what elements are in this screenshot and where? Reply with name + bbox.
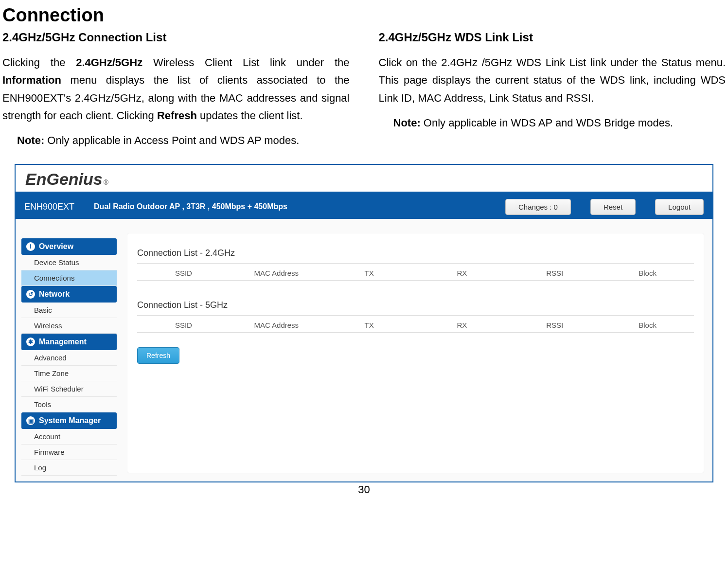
page-title: Connection <box>0 0 728 31</box>
text: updates the client list. <box>197 109 303 122</box>
col-mac: MAC Address <box>230 321 323 329</box>
right-body: Click on the 2.4GHz /5GHz WDS Link List … <box>379 54 726 107</box>
reset-button[interactable]: Reset <box>590 199 636 215</box>
sidebar-item-account[interactable]: Account <box>21 429 117 445</box>
note-body: Only applicable in WDS AP and WDS Bridge… <box>421 117 673 129</box>
left-column: 2.4GHz/5GHz Connection List Clicking the… <box>2 31 350 149</box>
sidebar-item-wifi-scheduler[interactable]: WiFi Scheduler <box>21 381 117 397</box>
ui-screenshot: EnGenius® ENH900EXT Dual Radio Outdoor A… <box>15 164 713 482</box>
col-rx: RX <box>415 269 508 277</box>
note-label: Note: <box>17 134 44 146</box>
col-block: Block <box>601 321 694 329</box>
sidebar-item-firmware[interactable]: Firmware <box>21 445 117 460</box>
logout-button[interactable]: Logout <box>655 199 704 215</box>
col-rssi: RSSI <box>508 321 601 329</box>
gear-icon: ✱ <box>26 338 35 346</box>
col-tx: TX <box>323 321 416 329</box>
col-rx: RX <box>415 321 508 329</box>
text-bold: 2.4GHz/5GHz <box>76 56 142 69</box>
connection-list-24-title: Connection List - 2.4GHz <box>137 248 694 264</box>
right-note: Note: Only applicable in WDS AP and WDS … <box>393 114 726 132</box>
info-icon: i <box>26 242 35 251</box>
refresh-button[interactable]: Refresh <box>137 347 179 364</box>
text: Wireless Client List link under the <box>142 56 349 69</box>
connection-list-24-header: SSID MAC Address TX RX RSSI Block <box>137 266 694 281</box>
main-area: i Overview Device Status Connections ↺ N… <box>16 219 712 481</box>
col-ssid: SSID <box>137 321 230 329</box>
col-tx: TX <box>323 269 416 277</box>
sidebar-item-tools[interactable]: Tools <box>21 397 117 412</box>
connection-list-5-title: Connection List - 5GHz <box>137 300 694 316</box>
sidebar-item-advanced[interactable]: Advanced <box>21 350 117 366</box>
col-mac: MAC Address <box>230 269 323 277</box>
wrench-icon: ↺ <box>26 290 35 299</box>
text-columns: 2.4GHz/5GHz Connection List Clicking the… <box>0 31 728 159</box>
left-heading: 2.4GHz/5GHz Connection List <box>2 31 350 44</box>
sidebar-item-basic[interactable]: Basic <box>21 303 117 318</box>
sidebar-item-log[interactable]: Log <box>21 460 117 476</box>
sidebar-item-wireless[interactable]: Wireless <box>21 318 117 334</box>
nav-header-label: Management <box>39 338 87 346</box>
page-number: 30 <box>0 482 728 501</box>
nav-header-label: Overview <box>39 242 73 251</box>
connection-list-5-header: SSID MAC Address TX RX RSSI Block <box>137 318 694 333</box>
sidebar-item-device-status[interactable]: Device Status <box>21 255 117 270</box>
left-note: Note: Only applicable in Access Point an… <box>17 132 350 149</box>
col-block: Block <box>601 269 694 277</box>
sidebar-item-connections[interactable]: Connections <box>21 270 117 286</box>
nav-header-label: System Manager <box>39 416 101 425</box>
col-ssid: SSID <box>137 269 230 277</box>
left-body: Clicking the 2.4GHz/5GHz Wireless Client… <box>2 54 350 125</box>
col-rssi: RSSI <box>508 269 601 277</box>
right-heading: 2.4GHz/5GHz WDS Link List <box>379 31 726 44</box>
right-column: 2.4GHz/5GHz WDS Link List Click on the 2… <box>379 31 726 149</box>
nav-header-label: Network <box>39 290 70 299</box>
note-body: Only applicable in Access Point and WDS … <box>44 134 299 146</box>
brand-logo: EnGenius <box>25 170 103 189</box>
user-icon: ▣ <box>26 416 35 425</box>
text-bold: Information <box>2 74 61 86</box>
note-label: Note: <box>393 117 421 129</box>
registered-icon: ® <box>104 178 108 186</box>
sidebar-item-time-zone[interactable]: Time Zone <box>21 366 117 381</box>
model-description: Dual Radio Outdoor AP , 3T3R , 450Mbps +… <box>94 202 486 211</box>
model-name: ENH900EXT <box>24 202 74 212</box>
top-bar: ENH900EXT Dual Radio Outdoor AP , 3T3R ,… <box>16 195 712 219</box>
spacer <box>137 281 694 300</box>
nav-header-overview[interactable]: i Overview <box>21 238 117 255</box>
logo-bar: EnGenius® <box>16 165 712 195</box>
nav-header-system-manager[interactable]: ▣ System Manager <box>21 412 117 429</box>
changes-button[interactable]: Changes : 0 <box>505 199 571 215</box>
nav-header-network[interactable]: ↺ Network <box>21 286 117 303</box>
content-pane: Connection List - 2.4GHz SSID MAC Addres… <box>127 233 704 473</box>
text: Clicking the <box>2 56 76 69</box>
text-bold: Refresh <box>157 109 197 122</box>
nav-header-management[interactable]: ✱ Management <box>21 334 117 350</box>
sidebar: i Overview Device Status Connections ↺ N… <box>16 219 123 481</box>
